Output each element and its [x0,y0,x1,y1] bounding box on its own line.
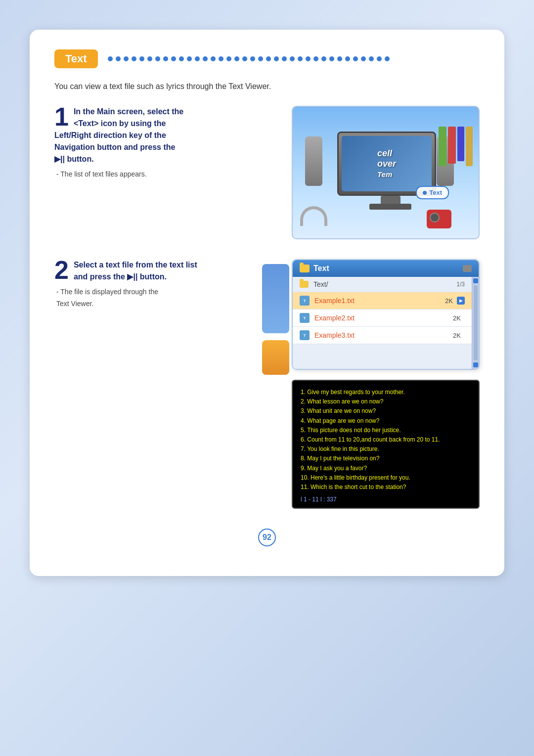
page-number: 92 [258,529,276,546]
dot [234,56,239,61]
dot [108,56,113,61]
row-filesize: 2K [453,314,461,322]
filelist-rows-main: Text/ 1/3 T Example1.txt 2K ▶ [293,277,472,369]
filelist-row[interactable]: T Example1.txt 2K ▶ [293,292,472,310]
step2-title-text: Select a text file from the text list an… [74,261,197,281]
window-minimize-btn[interactable] [463,265,472,272]
book1 [439,127,446,166]
filelist-title-container: Text [300,264,329,273]
dot [195,56,200,61]
textviewer-window: 1. Give my best regards to your mother. … [292,380,480,509]
filelist-header: Text [293,260,479,277]
viewer-line: 8. May I put the television on? [301,454,471,463]
dot [163,56,168,61]
book4 [466,127,473,166]
dot [298,56,303,61]
speaker-left [305,136,322,186]
step1-title: 1 In the Main screen, select the <Text> … [54,106,277,165]
file-icon: T [300,330,310,340]
camera-icon [427,210,451,228]
filelist-outer: Text Text/ 1/3 [292,259,480,370]
viewer-line: 7. You look fine in this picture. [301,445,471,454]
filelist-title-text: Text [313,264,329,273]
headphones-icon [300,206,327,226]
row-filesize: 2K [453,332,461,339]
viewer-line: 10. Here's a little birthday present for… [301,473,471,483]
viewer-status: l 1 - 11 l : 337 [301,496,471,503]
deco-books [439,127,473,166]
row-filename: Example2.txt [314,314,453,322]
dot [116,56,121,61]
step2-section: 2 Select a text file from the text list … [54,259,480,509]
dot [306,56,311,61]
scroll-track [474,285,478,360]
step2-content: 2 Select a text file from the text list … [54,259,277,509]
dot [203,56,208,61]
dot [139,56,144,61]
section-tag: Text [54,49,98,68]
viewer-line: 1. Give my best regards to your mother. [301,388,471,397]
folder-icon [300,265,310,272]
dot [377,56,382,61]
image-text-label: Text [416,186,449,199]
row-filename: Text/ [313,280,456,288]
section-header: Text [54,49,480,68]
filelist-row[interactable]: Text/ 1/3 [293,277,472,292]
scroll-down[interactable] [473,362,478,367]
dot [274,56,279,61]
dot [329,56,334,61]
book3 [457,127,464,161]
row-filename: Example3.txt [314,331,453,339]
filelist-rows-container: Text/ 1/3 T Example1.txt 2K ▶ [293,277,479,369]
dot [385,56,390,61]
dot [353,56,358,61]
hometheater-image: celloverTem [292,106,480,239]
step2-title: 2 Select a text file from the text list … [54,259,277,283]
viewer-line: 9. May I ask you a favor? [301,464,471,473]
dot [155,56,160,61]
dot [345,56,350,61]
dot [187,56,192,61]
dot [282,56,287,61]
step2-image: Text Text/ 1/3 [292,259,480,509]
filelist-row[interactable]: T Example3.txt 2K [293,327,472,344]
viewer-line: 5. This picture does not do her justice. [301,426,471,435]
dot [132,56,136,61]
book2 [448,127,456,164]
label-text: Text [429,189,442,196]
step1-image: celloverTem [292,106,480,239]
dot [266,56,271,61]
dots-decoration [108,56,480,61]
page-container: Text [30,30,504,576]
intro-text: You can view a text file such as lyrics … [54,82,480,91]
dot [211,56,216,61]
filelist-row[interactable]: T Example2.txt 2K [293,310,472,327]
viewer-line: 4. What page are we on now? [301,416,471,426]
row-folder-icon [300,281,309,288]
tv-screen-inner: celloverTem [342,136,432,191]
scroll-up[interactable] [473,278,478,283]
dot [250,56,255,61]
page-number-container: 92 [54,529,480,546]
scrollbar[interactable] [472,277,479,369]
dot [124,56,129,61]
dot [147,56,152,61]
dot [171,56,176,61]
dot [313,56,318,61]
viewer-line: 6. Count from 11 to 20,and count back fr… [301,435,471,445]
file-icon: T [300,296,310,306]
dot [369,56,374,61]
dot [258,56,263,61]
dot [290,56,295,61]
step1-number: 1 [54,106,69,130]
viewer-line: 2. What lesson are we on now? [301,397,471,406]
deco-blue-bar [262,264,289,333]
step1-title-text: In the Main screen, select the <Text> ic… [54,107,183,163]
tv-base [369,204,411,210]
file-badge: ▶ [457,297,465,305]
dot [179,56,184,61]
step2-note-line2: Text Viewer. [54,300,277,308]
label-dot [423,191,427,195]
tv-screen-text: celloverTem [377,148,396,179]
viewer-line: 11. Which is the short cut to the statio… [301,483,471,492]
